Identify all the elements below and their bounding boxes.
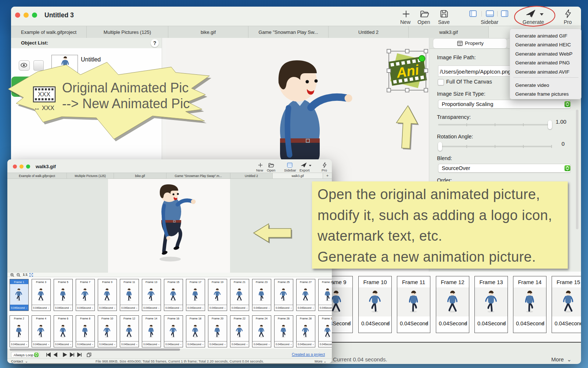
svg-text:XXX: XXX — [38, 91, 50, 98]
svg-text:↔ XXX: ↔ XXX — [34, 105, 54, 112]
svg-text:Original Animated Pic: Original Animated Pic — [62, 80, 189, 95]
svg-text:--> New Animated Pic: --> New Animated Pic — [62, 96, 190, 111]
